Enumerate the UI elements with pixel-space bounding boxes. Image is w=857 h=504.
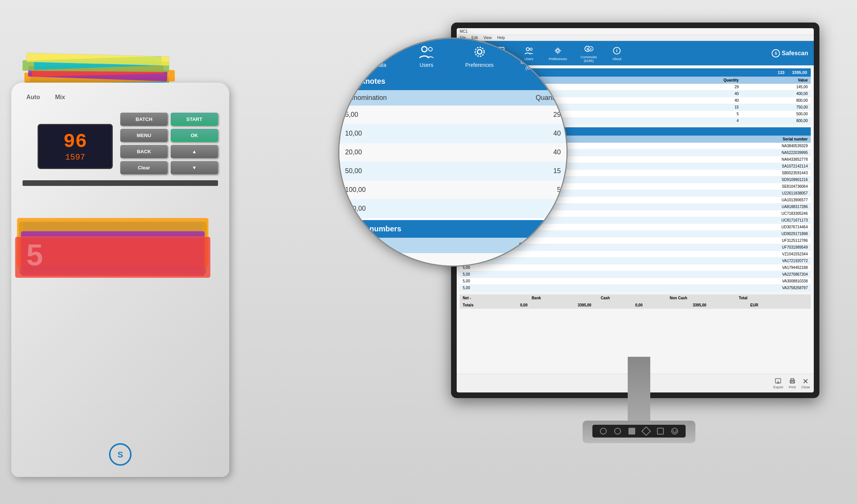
display-count: 96 — [64, 131, 87, 153]
monitor-bottom-icons — [592, 425, 686, 438]
mag-banknote-row: 20,0040 — [339, 143, 566, 162]
monitor-icon-5[interactable] — [657, 428, 664, 435]
app-title-bar: MC1 — [457, 28, 814, 35]
ok-button[interactable]: OK — [171, 129, 218, 142]
mag-banknote-row: 100,005 — [339, 181, 566, 199]
nav-about[interactable]: i About — [604, 41, 630, 65]
mag-banknotes-header: Banknotes 1 — [339, 72, 566, 90]
svg-text:€: € — [590, 47, 592, 51]
mag-serial-col-serial: Serial number — [450, 238, 566, 253]
mag-serial-row: 5,00NA38405393... — [339, 253, 566, 266]
svg-rect-30 — [368, 46, 380, 58]
front-slot — [23, 180, 218, 186]
cash-counter-machine: Auto Mix 96 1597 BATCH START MENU OK BAC… — [0, 30, 256, 481]
monitor-power-icon[interactable] — [671, 428, 678, 435]
magnifier-overlay: Count data Users Preferences — [338, 38, 568, 267]
svg-rect-26 — [791, 379, 794, 380]
mag-banknote-row: 50,0015 — [339, 162, 566, 181]
display-sub: 1597 — [65, 153, 85, 162]
nav-currencies-label: Currencies(6185) — [581, 55, 597, 63]
monitor-icon-1[interactable] — [600, 428, 607, 435]
banknotes-total-count: 133 — [778, 70, 784, 75]
mag-nav-users-label: Users — [419, 62, 433, 68]
svg-point-34 — [422, 47, 427, 52]
svg-text:€: € — [534, 47, 537, 53]
svg-text:i: i — [616, 48, 617, 53]
mag-banknote-row: 10,0040 — [339, 124, 566, 143]
mag-serial-col-denomination: Denomination — [339, 238, 450, 253]
col-header-value: Value — [739, 78, 808, 82]
mag-serial-header: Serial numbers — [339, 220, 566, 238]
mag-nav-count-data[interactable]: Count data — [351, 43, 396, 68]
svg-text:$: $ — [587, 47, 589, 51]
mag-nav-users[interactable]: Users — [404, 43, 449, 68]
safescan-machine-logo: S — [109, 443, 132, 466]
mag-col-quantity: Quantity — [474, 90, 566, 106]
monitor-stand — [628, 357, 650, 424]
mag-users-icon — [418, 43, 435, 60]
monitor-icon-2[interactable] — [614, 428, 621, 435]
serial-row: 5,00VA2270​867204 — [460, 271, 811, 278]
machine-display: 96 1597 — [38, 124, 113, 169]
mag-nav-currencies[interactable]: $ € Currencies(6185) — [510, 41, 555, 71]
auto-label: Auto — [26, 94, 40, 101]
magnified-content-body: Banknotes 1 Denomination Quantity 5,0029… — [339, 72, 566, 266]
mag-col-denomination: Denomination — [339, 90, 474, 106]
mag-nav-count-data-label: Count data — [360, 62, 386, 68]
menu-button[interactable]: MENU — [120, 129, 168, 142]
info-icon: i — [612, 45, 622, 56]
serial-col-serial: Serial number — [635, 137, 808, 141]
mag-banknote-row: 5,0029 — [339, 106, 566, 124]
mag-banknotes-title: Banknotes — [347, 77, 385, 86]
totals-values-row: Totals 0,00 3395,00 0,00 3395,00 EUR — [460, 302, 811, 309]
app-title: MC1 — [460, 29, 468, 33]
machine-buttons: BATCH START MENU OK BACK ▲ Clear ▼ — [120, 113, 218, 174]
currency-icon: $ € — [583, 44, 594, 54]
mix-label: Mix — [55, 94, 65, 101]
back-button[interactable]: BACK — [120, 145, 168, 158]
mag-banknotes-number: 1 — [555, 77, 559, 86]
mag-currency-icon: $ € — [524, 41, 541, 57]
nav-about-label: About — [612, 57, 621, 61]
start-button[interactable]: START — [171, 113, 218, 126]
svg-point-36 — [477, 50, 482, 54]
arrow-down-button[interactable]: ▼ — [171, 161, 218, 174]
col-header-quantity: Quantity — [670, 78, 739, 82]
banknotes-total-value: 3395,00 — [792, 70, 807, 75]
batch-button[interactable]: BATCH — [120, 113, 168, 126]
mag-gear-icon — [471, 43, 488, 60]
svg-rect-27 — [791, 382, 794, 383]
serial-row: 5,00VA3008​810338 — [460, 278, 811, 285]
output-tray: 5 — [11, 195, 229, 278]
serial-row: 5,00VA3758​258797 — [460, 285, 811, 291]
svg-point-35 — [428, 47, 432, 51]
mag-banknote-row: 200,004 — [339, 199, 566, 218]
mag-banknotes-table: Denomination Quantity 5,0029 10,0040 20,… — [339, 90, 566, 218]
export-button[interactable]: Export — [773, 378, 783, 389]
mag-data-icon — [365, 43, 382, 60]
monitor-icon-3[interactable] — [628, 428, 635, 435]
close-button[interactable]: Close — [801, 378, 810, 389]
mag-nav-preferences[interactable]: Preferences — [457, 43, 502, 68]
nav-currencies[interactable]: $ € Currencies(6185) — [574, 41, 604, 65]
print-button[interactable]: Print — [789, 378, 796, 389]
svg-point-37 — [475, 47, 484, 56]
arrow-up-button[interactable]: ▲ — [171, 145, 218, 158]
clear-button[interactable]: Clear — [120, 161, 168, 174]
svg-text:S: S — [774, 51, 777, 56]
mag-nav-currencies-label: Currencies(6185) — [521, 59, 544, 71]
magnified-nav: Count data Users Preferences — [339, 39, 566, 72]
monitor-icon-4[interactable] — [641, 426, 651, 436]
safescan-logo-text: Safescan — [782, 50, 808, 57]
svg-text:S: S — [118, 450, 123, 459]
mag-nav-preferences-label: Preferences — [465, 62, 494, 68]
safescan-logo: S Safescan — [772, 41, 814, 65]
totals-row: Net - Bank Cash Non Cash Total — [460, 294, 811, 302]
mag-serial-table: Denomination Serial number 5,00NA3840539… — [339, 238, 566, 266]
mag-serial-title: Serial numbers — [347, 225, 401, 233]
